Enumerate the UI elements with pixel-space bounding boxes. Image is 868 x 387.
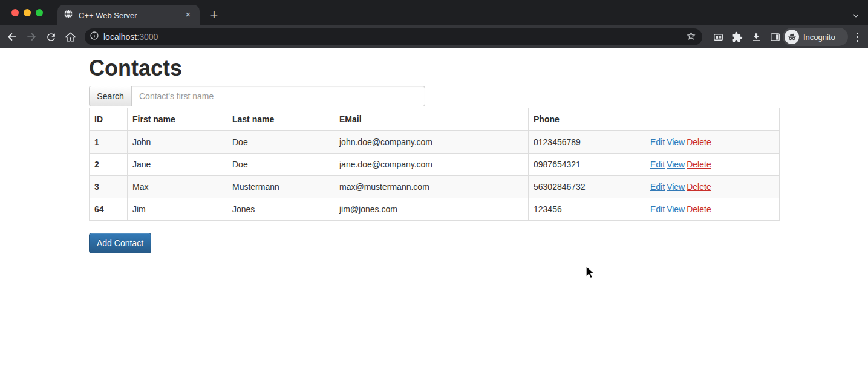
reload-button[interactable] <box>44 30 58 44</box>
delete-link[interactable]: Delete <box>687 137 711 147</box>
browser-window: C++ Web Server × + localhost:3000 <box>0 0 868 387</box>
cell-id: 1 <box>90 131 128 154</box>
cell-phone: 56302846732 <box>529 176 645 198</box>
cell-last-name: Mustermann <box>227 176 334 198</box>
cell-last-name: Jones <box>227 198 334 221</box>
tab-close-icon[interactable]: × <box>183 10 194 21</box>
table-header-row: ID First name Last name EMail Phone <box>90 108 780 131</box>
view-link[interactable]: View <box>667 204 685 214</box>
add-contact-button[interactable]: Add Contact <box>89 233 151 253</box>
forward-button[interactable] <box>24 30 39 44</box>
table-row: 64 Jim Jones jim@jones.com 123456 EditVi… <box>90 198 780 221</box>
url-text: localhost:3000 <box>103 32 686 42</box>
mouse-cursor <box>584 265 597 283</box>
column-header-last-name: Last name <box>227 108 334 131</box>
search-button[interactable]: Search <box>89 86 131 106</box>
cell-phone: 0123456789 <box>529 131 645 154</box>
view-link[interactable]: View <box>667 137 685 147</box>
edit-link[interactable]: Edit <box>650 182 665 192</box>
cell-id: 2 <box>90 154 128 176</box>
view-link[interactable]: View <box>667 182 685 192</box>
site-info-icon[interactable] <box>90 31 99 43</box>
cell-last-name: Doe <box>227 131 334 154</box>
cell-email: max@mustermann.com <box>334 176 529 198</box>
address-bar[interactable]: localhost:3000 <box>85 28 702 45</box>
cell-actions: EditViewDelete <box>645 176 780 198</box>
incognito-icon <box>785 30 799 44</box>
column-header-id: ID <box>90 108 128 131</box>
extensions-puzzle-icon[interactable] <box>728 28 745 45</box>
table-row: 2 Jane Doe jane.doe@company.com 09876543… <box>90 154 780 176</box>
cell-id: 3 <box>90 176 128 198</box>
search-group: Search <box>89 86 425 106</box>
table-row: 3 Max Mustermann max@mustermann.com 5630… <box>90 176 780 198</box>
cell-last-name: Doe <box>227 154 334 176</box>
home-button[interactable] <box>63 30 77 44</box>
cell-email: jim@jones.com <box>334 198 529 221</box>
incognito-badge: Incognito <box>783 28 848 46</box>
new-tab-button[interactable]: + <box>206 8 222 24</box>
globe-favicon-icon <box>64 9 73 21</box>
cell-first-name: Max <box>128 176 227 198</box>
contacts-table: ID First name Last name EMail Phone 1 Jo… <box>89 108 780 221</box>
column-header-phone: Phone <box>529 108 645 131</box>
cell-phone: 0987654321 <box>529 154 645 176</box>
cell-email: john.doe@company.com <box>334 131 529 154</box>
view-link[interactable]: View <box>667 160 685 169</box>
url-host: localhost <box>103 32 137 42</box>
cell-first-name: Jane <box>128 154 227 176</box>
cell-first-name: John <box>128 131 227 154</box>
bookmark-star-icon[interactable] <box>686 31 696 44</box>
edit-link[interactable]: Edit <box>650 137 665 147</box>
page-title: Contacts <box>89 57 779 80</box>
maximize-window-button[interactable] <box>36 9 43 16</box>
browser-tab[interactable]: C++ Web Server × <box>57 5 200 25</box>
cell-actions: EditViewDelete <box>645 198 780 221</box>
delete-link[interactable]: Delete <box>687 182 711 192</box>
close-window-button[interactable] <box>11 9 19 16</box>
tab-strip: C++ Web Server × + <box>0 0 868 25</box>
back-button[interactable] <box>5 30 19 44</box>
cell-email: jane.doe@company.com <box>334 154 529 176</box>
tab-search-chevron-icon[interactable] <box>849 8 863 23</box>
delete-link[interactable]: Delete <box>687 160 711 169</box>
minimize-window-button[interactable] <box>24 9 31 16</box>
cell-phone: 123456 <box>529 198 645 221</box>
page-content: Contacts Search ID First name Last name … <box>89 48 779 253</box>
column-header-actions <box>645 108 780 131</box>
search-input[interactable] <box>131 86 425 106</box>
media-card-icon[interactable] <box>710 28 726 45</box>
edit-link[interactable]: Edit <box>650 204 665 214</box>
incognito-label: Incognito <box>803 33 835 42</box>
delete-link[interactable]: Delete <box>687 204 711 214</box>
url-port: :3000 <box>137 32 158 42</box>
cell-actions: EditViewDelete <box>645 154 780 176</box>
tab-title: C++ Web Server <box>79 11 183 20</box>
download-icon[interactable] <box>748 28 765 45</box>
browser-toolbar: localhost:3000 Incognito <box>0 25 868 48</box>
cell-first-name: Jim <box>128 198 227 221</box>
edit-link[interactable]: Edit <box>650 160 665 169</box>
cell-id: 64 <box>90 198 128 221</box>
column-header-email: EMail <box>334 108 529 131</box>
column-header-first-name: First name <box>128 108 227 131</box>
window-controls <box>11 9 43 16</box>
table-row: 1 John Doe john.doe@company.com 01234567… <box>90 131 780 154</box>
browser-menu-button[interactable] <box>853 31 861 43</box>
cell-actions: EditViewDelete <box>645 131 780 154</box>
side-panel-icon[interactable] <box>766 28 783 45</box>
